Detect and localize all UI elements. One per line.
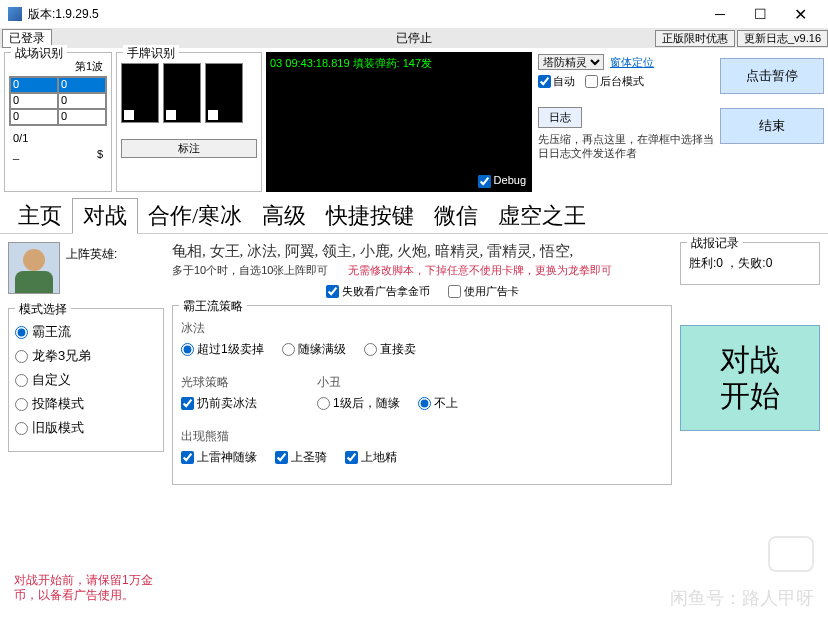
window-title: 版本:1.9.29.5 (28, 6, 700, 23)
hero-avatar (8, 242, 60, 294)
handrec-title: 手牌识别 (123, 45, 179, 62)
close-button[interactable]: ✕ (780, 0, 820, 28)
ice-title: 冰法 (181, 320, 663, 337)
promo-button[interactable]: 正版限时优惠 (655, 30, 735, 47)
titlebar: 版本:1.9.29.5 ─ ☐ ✕ (0, 0, 828, 28)
mode-bawang[interactable]: 霸王流 (15, 323, 157, 341)
mode-legacy[interactable]: 旧版模式 (15, 419, 157, 437)
mode-surrender[interactable]: 投降模式 (15, 395, 157, 413)
ad-checkbox[interactable]: 失败看广告拿金币 (326, 284, 430, 299)
mode-group: 模式选择 霸王流 龙拳3兄弟 自定义 投降模式 旧版模式 (8, 308, 164, 452)
tab-home[interactable]: 主页 (8, 199, 72, 233)
panda-title: 出现熊猫 (181, 428, 663, 445)
adcard-checkbox[interactable]: 使用广告卡 (448, 284, 519, 299)
run-status: 已停止 (396, 30, 432, 47)
table-row[interactable]: 00 (10, 93, 106, 109)
changelog-button[interactable]: 更新日志_v9.16 (737, 30, 828, 47)
right-panel: 塔防精灵 窗体定位 自动 后台模式 日志 先压缩，再点这里，在弹框中选择当日日志… (536, 52, 716, 192)
hero-label: 上阵英雄: (66, 242, 117, 294)
panda-paladin[interactable]: 上圣骑 (275, 449, 327, 466)
battlefield-title: 战场识别 (11, 45, 67, 62)
tab-hotkey[interactable]: 快捷按键 (316, 199, 424, 233)
card-slot[interactable] (163, 63, 201, 123)
battlefield-group: 战场识别 第1波 00 00 00 0/1 _$ (4, 52, 112, 192)
table-row[interactable]: 00 (10, 77, 106, 93)
strategy-group: 霸王流策略 冰法 超过1级卖掉 随缘满级 直接卖 光球策略 扔前卖冰法 小丑 1… (172, 305, 672, 485)
hero-warn: 无需修改脚本，下掉任意不使用卡牌，更换为龙拳即可 (348, 263, 612, 278)
panda-goblin[interactable]: 上地精 (345, 449, 397, 466)
mode-longquan[interactable]: 龙拳3兄弟 (15, 347, 157, 365)
minimize-button[interactable]: ─ (700, 0, 740, 28)
debug-checkbox[interactable]: Debug (478, 174, 526, 188)
orb-title: 光球策略 (181, 374, 257, 391)
warrecord-title: 战报记录 (687, 235, 743, 252)
battlefield-table: 00 00 00 (9, 76, 107, 126)
tab-advanced[interactable]: 高级 (252, 199, 316, 233)
locate-link[interactable]: 窗体定位 (610, 55, 654, 70)
orb-checkbox[interactable]: 扔前卖冰法 (181, 395, 257, 412)
hero-list: 龟相, 女王, 冰法, 阿翼, 领主, 小鹿, 火炮, 暗精灵, 雷精灵, 悟空… (172, 242, 672, 261)
hero-note: 多于10个时，自选10张上阵即可 (172, 263, 328, 278)
bottom-warning: 对战开始前，请保留1万金币，以备看广告使用。 (14, 573, 154, 604)
tab-wechat[interactable]: 微信 (424, 199, 488, 233)
progress-text: 0/1 (9, 132, 107, 144)
ice-opt-sell[interactable]: 超过1级卖掉 (181, 341, 264, 358)
background-checkbox[interactable]: 后台模式 (585, 74, 644, 89)
warrecord-text: 胜利:0 ，失败:0 (689, 255, 811, 272)
clown-title: 小丑 (317, 374, 458, 391)
console-output: 03 09:43:18.819 填装弹药: 147发 Debug (266, 52, 532, 192)
mode-custom[interactable]: 自定义 (15, 371, 157, 389)
app-icon (8, 7, 22, 21)
ice-opt-direct[interactable]: 直接卖 (364, 341, 416, 358)
table-row[interactable]: 00 (10, 109, 106, 125)
ice-opt-random[interactable]: 随缘满级 (282, 341, 346, 358)
tab-battle[interactable]: 对战 (72, 198, 138, 234)
strategy-title: 霸王流策略 (179, 298, 247, 315)
tab-coop[interactable]: 合作/寒冰 (138, 199, 252, 233)
panda-thunder[interactable]: 上雷神随缘 (181, 449, 257, 466)
maximize-button[interactable]: ☐ (740, 0, 780, 28)
log-button[interactable]: 日志 (538, 107, 582, 128)
mark-button[interactable]: 标注 (121, 139, 257, 158)
card-slot[interactable] (121, 63, 159, 123)
console-line: 03 09:43:18.819 填装弹药: 147发 (270, 56, 528, 71)
target-select[interactable]: 塔防精灵 (538, 54, 604, 70)
tab-bar: 主页 对战 合作/寒冰 高级 快捷按键 微信 虚空之王 (0, 196, 828, 234)
warrecord-group: 战报记录 胜利:0 ，失败:0 (680, 242, 820, 285)
mode-title: 模式选择 (15, 301, 71, 318)
end-button[interactable]: 结束 (720, 108, 824, 144)
log-hint: 先压缩，再点这里，在弹框中选择当日日志文件发送作者 (538, 132, 714, 161)
handrec-group: 手牌识别 标注 (116, 52, 262, 192)
pause-button[interactable]: 点击暂停 (720, 58, 824, 94)
clown-opt-after[interactable]: 1级后，随缘 (317, 395, 400, 412)
auto-checkbox[interactable]: 自动 (538, 74, 575, 89)
clown-opt-no[interactable]: 不上 (418, 395, 458, 412)
tab-void[interactable]: 虚空之王 (488, 199, 596, 233)
start-button[interactable]: 对战 开始 (680, 325, 820, 431)
card-slot[interactable] (205, 63, 243, 123)
